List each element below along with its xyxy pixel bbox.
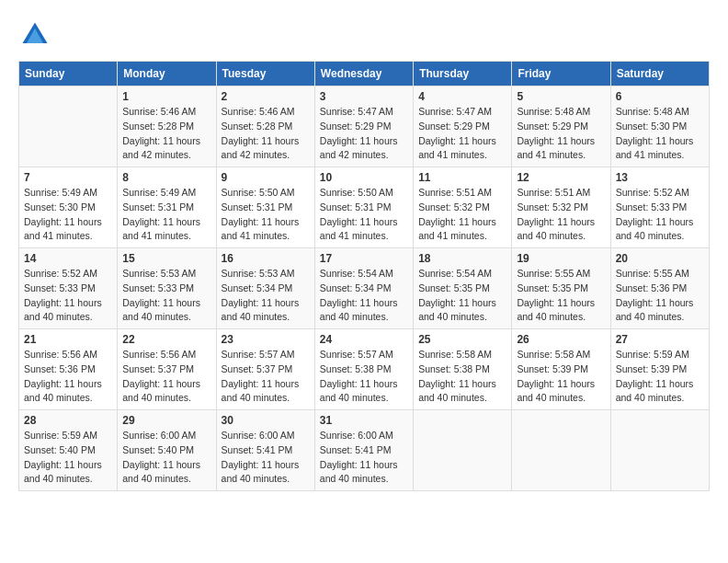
sunset: Sunset: 5:39 PM bbox=[616, 363, 688, 374]
calendar-cell: 26 Sunrise: 5:58 AM Sunset: 5:39 PM Dayl… bbox=[512, 329, 610, 410]
day-number: 9 bbox=[222, 171, 310, 184]
sunrise: Sunrise: 5:51 AM bbox=[418, 187, 492, 198]
sunset: Sunset: 5:36 PM bbox=[24, 363, 96, 374]
calendar-cell bbox=[610, 410, 709, 491]
sunset: Sunset: 5:36 PM bbox=[616, 282, 688, 293]
sunset: Sunset: 5:40 PM bbox=[24, 444, 96, 455]
sunrise: Sunrise: 5:54 AM bbox=[418, 268, 492, 279]
day-info: Sunrise: 5:54 AM Sunset: 5:34 PM Dayligh… bbox=[320, 267, 408, 325]
day-info: Sunrise: 5:51 AM Sunset: 5:32 PM Dayligh… bbox=[418, 186, 506, 244]
day-info: Sunrise: 5:53 AM Sunset: 5:34 PM Dayligh… bbox=[222, 267, 310, 325]
calendar-cell: 10 Sunrise: 5:50 AM Sunset: 5:31 PM Dayl… bbox=[314, 167, 413, 248]
calendar-week-4: 21 Sunrise: 5:56 AM Sunset: 5:36 PM Dayl… bbox=[19, 329, 710, 410]
day-info: Sunrise: 5:55 AM Sunset: 5:36 PM Dayligh… bbox=[616, 267, 704, 325]
daylight: Daylight: 11 hours and 41 minutes. bbox=[418, 135, 496, 161]
sunset: Sunset: 5:41 PM bbox=[320, 444, 392, 455]
header-tuesday: Tuesday bbox=[216, 62, 314, 86]
sunset: Sunset: 5:33 PM bbox=[122, 282, 194, 293]
daylight: Daylight: 11 hours and 42 minutes. bbox=[320, 135, 398, 161]
calendar-week-1: 1 Sunrise: 5:46 AM Sunset: 5:28 PM Dayli… bbox=[19, 86, 710, 167]
day-number: 26 bbox=[517, 333, 605, 346]
sunset: Sunset: 5:33 PM bbox=[616, 201, 688, 213]
calendar-week-5: 28 Sunrise: 5:59 AM Sunset: 5:40 PM Dayl… bbox=[19, 410, 710, 491]
daylight: Daylight: 11 hours and 40 minutes. bbox=[24, 459, 102, 485]
daylight: Daylight: 11 hours and 40 minutes. bbox=[24, 378, 102, 404]
calendar-cell: 8 Sunrise: 5:49 AM Sunset: 5:31 PM Dayli… bbox=[118, 167, 216, 248]
sunset: Sunset: 5:37 PM bbox=[122, 363, 194, 374]
day-number: 18 bbox=[418, 252, 506, 265]
day-info: Sunrise: 5:50 AM Sunset: 5:31 PM Dayligh… bbox=[222, 186, 310, 244]
day-number: 13 bbox=[616, 171, 704, 184]
sunrise: Sunrise: 5:57 AM bbox=[222, 349, 295, 360]
daylight: Daylight: 11 hours and 40 minutes. bbox=[616, 378, 694, 404]
calendar-week-3: 14 Sunrise: 5:52 AM Sunset: 5:33 PM Dayl… bbox=[19, 248, 710, 329]
daylight: Daylight: 11 hours and 40 minutes. bbox=[222, 459, 300, 485]
calendar-cell: 1 Sunrise: 5:46 AM Sunset: 5:28 PM Dayli… bbox=[118, 86, 216, 167]
sunset: Sunset: 5:34 PM bbox=[320, 282, 392, 293]
daylight: Daylight: 11 hours and 40 minutes. bbox=[122, 459, 200, 485]
day-number: 29 bbox=[122, 414, 210, 427]
daylight: Daylight: 11 hours and 40 minutes. bbox=[616, 216, 694, 242]
calendar-cell: 4 Sunrise: 5:47 AM Sunset: 5:29 PM Dayli… bbox=[414, 86, 512, 167]
day-info: Sunrise: 5:56 AM Sunset: 5:36 PM Dayligh… bbox=[24, 348, 112, 406]
calendar-cell: 28 Sunrise: 5:59 AM Sunset: 5:40 PM Dayl… bbox=[19, 410, 118, 491]
day-info: Sunrise: 5:55 AM Sunset: 5:35 PM Dayligh… bbox=[517, 267, 605, 325]
sunset: Sunset: 5:30 PM bbox=[616, 121, 688, 132]
day-info: Sunrise: 5:47 AM Sunset: 5:29 PM Dayligh… bbox=[418, 105, 506, 163]
header-saturday: Saturday bbox=[610, 62, 709, 86]
sunset: Sunset: 5:40 PM bbox=[122, 444, 194, 455]
day-info: Sunrise: 5:46 AM Sunset: 5:28 PM Dayligh… bbox=[122, 105, 210, 163]
calendar-cell: 22 Sunrise: 5:56 AM Sunset: 5:37 PM Dayl… bbox=[118, 329, 216, 410]
logo bbox=[18, 18, 57, 52]
sunrise: Sunrise: 6:00 AM bbox=[320, 430, 393, 441]
day-number: 20 bbox=[616, 252, 704, 265]
header bbox=[18, 18, 710, 52]
calendar-cell: 25 Sunrise: 5:58 AM Sunset: 5:38 PM Dayl… bbox=[414, 329, 512, 410]
daylight: Daylight: 11 hours and 40 minutes. bbox=[222, 297, 300, 323]
daylight: Daylight: 11 hours and 41 minutes. bbox=[122, 216, 200, 242]
sunrise: Sunrise: 5:49 AM bbox=[122, 187, 196, 198]
sunrise: Sunrise: 5:56 AM bbox=[24, 349, 97, 360]
sunrise: Sunrise: 5:55 AM bbox=[616, 268, 689, 279]
sunset: Sunset: 5:38 PM bbox=[320, 363, 392, 374]
day-number: 5 bbox=[517, 90, 605, 103]
day-number: 30 bbox=[222, 414, 310, 427]
daylight: Daylight: 11 hours and 42 minutes. bbox=[122, 135, 200, 161]
daylight: Daylight: 11 hours and 41 minutes. bbox=[222, 216, 300, 242]
calendar-cell: 9 Sunrise: 5:50 AM Sunset: 5:31 PM Dayli… bbox=[216, 167, 314, 248]
day-number: 23 bbox=[222, 333, 310, 346]
daylight: Daylight: 11 hours and 41 minutes. bbox=[517, 135, 595, 161]
calendar-cell: 30 Sunrise: 6:00 AM Sunset: 5:41 PM Dayl… bbox=[216, 410, 314, 491]
daylight: Daylight: 11 hours and 41 minutes. bbox=[616, 135, 694, 161]
calendar-cell bbox=[19, 86, 118, 167]
daylight: Daylight: 11 hours and 40 minutes. bbox=[418, 297, 496, 323]
day-number: 3 bbox=[320, 90, 408, 103]
daylight: Daylight: 11 hours and 40 minutes. bbox=[616, 297, 694, 323]
day-number: 28 bbox=[24, 414, 112, 427]
daylight: Daylight: 11 hours and 40 minutes. bbox=[320, 297, 398, 323]
day-info: Sunrise: 5:52 AM Sunset: 5:33 PM Dayligh… bbox=[24, 267, 112, 325]
sunrise: Sunrise: 5:58 AM bbox=[418, 349, 492, 360]
day-info: Sunrise: 6:00 AM Sunset: 5:41 PM Dayligh… bbox=[320, 429, 408, 487]
sunrise: Sunrise: 5:55 AM bbox=[517, 268, 590, 279]
header-monday: Monday bbox=[118, 62, 216, 86]
calendar-cell: 23 Sunrise: 5:57 AM Sunset: 5:37 PM Dayl… bbox=[216, 329, 314, 410]
sunset: Sunset: 5:29 PM bbox=[517, 121, 588, 132]
sunrise: Sunrise: 6:00 AM bbox=[122, 430, 196, 441]
day-info: Sunrise: 5:49 AM Sunset: 5:31 PM Dayligh… bbox=[122, 186, 210, 244]
sunset: Sunset: 5:34 PM bbox=[222, 282, 293, 293]
day-info: Sunrise: 5:52 AM Sunset: 5:33 PM Dayligh… bbox=[616, 186, 704, 244]
calendar-table: SundayMondayTuesdayWednesdayThursdayFrid… bbox=[18, 61, 710, 491]
day-info: Sunrise: 5:54 AM Sunset: 5:35 PM Dayligh… bbox=[418, 267, 506, 325]
sunset: Sunset: 5:28 PM bbox=[122, 121, 194, 132]
sunrise: Sunrise: 5:49 AM bbox=[24, 187, 97, 198]
header-wednesday: Wednesday bbox=[314, 62, 413, 86]
calendar-week-2: 7 Sunrise: 5:49 AM Sunset: 5:30 PM Dayli… bbox=[19, 167, 710, 248]
calendar-cell: 21 Sunrise: 5:56 AM Sunset: 5:36 PM Dayl… bbox=[19, 329, 118, 410]
day-info: Sunrise: 5:49 AM Sunset: 5:30 PM Dayligh… bbox=[24, 186, 112, 244]
sunrise: Sunrise: 5:47 AM bbox=[320, 106, 393, 117]
calendar-cell bbox=[512, 410, 610, 491]
sunrise: Sunrise: 5:53 AM bbox=[122, 268, 196, 279]
day-info: Sunrise: 5:53 AM Sunset: 5:33 PM Dayligh… bbox=[122, 267, 210, 325]
daylight: Daylight: 11 hours and 41 minutes. bbox=[320, 216, 398, 242]
